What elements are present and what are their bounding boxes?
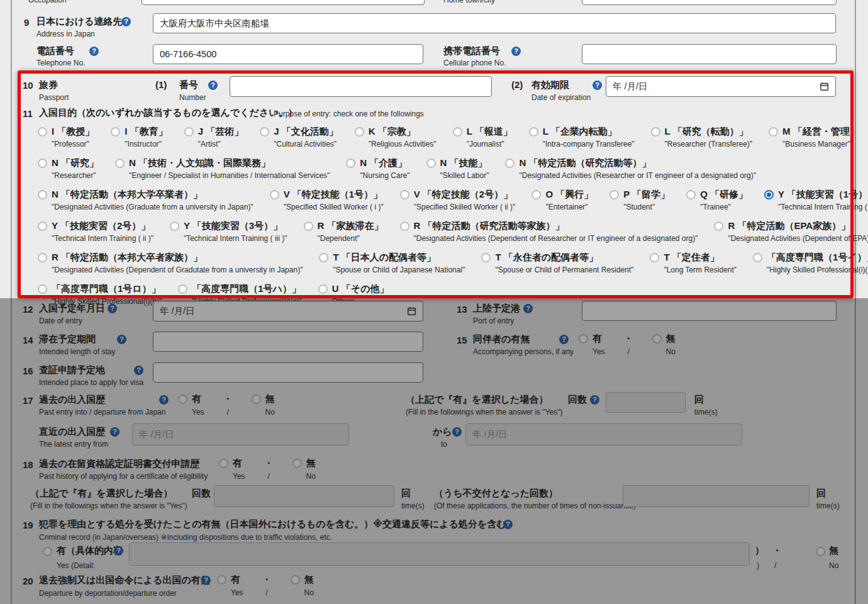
help-icon[interactable] — [559, 335, 569, 344]
radio[interactable] — [609, 190, 619, 199]
no-option[interactable]: 無 — [292, 457, 316, 469]
radio-checked[interactable] — [764, 190, 774, 199]
radio-yes[interactable] — [178, 394, 187, 404]
radio-criminal-yes[interactable] — [43, 547, 52, 556]
radio-no[interactable] — [252, 394, 261, 404]
no-option[interactable]: 無 — [252, 393, 275, 405]
purpose-option[interactable]: Y 「技能実習（1号）」"Technical Intern Training (… — [764, 189, 868, 211]
radio[interactable] — [355, 127, 364, 137]
radio[interactable] — [714, 221, 723, 231]
radio[interactable] — [769, 127, 778, 137]
radio[interactable] — [184, 127, 194, 137]
criminal-detail-input[interactable] — [129, 542, 750, 566]
yes-option[interactable]: 有 — [219, 457, 245, 469]
port-of-entry-input[interactable] — [582, 301, 837, 321]
coe-application-count-input[interactable] — [214, 485, 394, 507]
purpose-option[interactable]: 「高度専門職（1号イ）」"Highly Skilled Professional… — [753, 252, 868, 274]
radio[interactable] — [304, 221, 313, 231]
purpose-option[interactable]: L 「報道」"Journalist" — [453, 126, 513, 148]
purpose-option[interactable]: R 「特定活動（研究活動等家族）」"Designated Activities … — [400, 220, 698, 243]
latest-entry-from-input[interactable]: 年 /月/日 — [132, 423, 349, 445]
radio[interactable] — [178, 284, 187, 294]
radio[interactable] — [531, 190, 541, 199]
radio[interactable] — [260, 127, 269, 137]
purpose-option[interactable]: R 「特定活動（本邦大卒者家族）」"Designated Activities … — [38, 252, 303, 274]
purpose-option[interactable]: L 「研究（転勤）」"Researcher (Transferee)" — [651, 126, 752, 148]
radio[interactable] — [453, 127, 462, 137]
purpose-option[interactable]: M 「経営・管理」"Business Manager" — [769, 126, 859, 148]
radio[interactable] — [753, 253, 762, 262]
radio[interactable] — [651, 127, 660, 137]
help-icon[interactable] — [159, 395, 169, 405]
radio-yes[interactable] — [579, 334, 588, 344]
length-of-stay-input[interactable] — [153, 332, 423, 352]
yes-option[interactable]: 有 — [579, 333, 605, 345]
radio[interactable] — [505, 159, 515, 168]
radio[interactable] — [686, 190, 696, 199]
radio[interactable] — [38, 221, 47, 231]
radio[interactable] — [38, 284, 47, 294]
passport-number-input[interactable] — [230, 76, 492, 97]
nonissue-count-input[interactable] — [623, 485, 810, 507]
radio[interactable] — [115, 159, 125, 168]
purpose-option[interactable]: P 「留学」"Student" — [609, 189, 670, 211]
purpose-option[interactable]: L 「企業内転勤」"Intra-company Transferee" — [529, 126, 635, 148]
purpose-option[interactable]: Q 「研修」"Trainee" — [686, 189, 748, 211]
help-icon[interactable] — [590, 395, 599, 405]
purpose-option[interactable]: T 「永住者の配偶者等」"Spouse or Child of Permanen… — [481, 252, 633, 274]
yes-option[interactable]: 有 — [178, 393, 204, 405]
no-option[interactable]: 無 — [291, 574, 314, 586]
purpose-option[interactable]: N 「特定活動（本邦大学卒業者）」"Designated Activities … — [38, 189, 253, 211]
date-of-entry-input[interactable]: 年 /月/日 — [153, 301, 423, 322]
help-icon[interactable] — [201, 576, 211, 585]
help-icon[interactable] — [511, 47, 521, 56]
radio[interactable] — [400, 190, 409, 199]
radio-criminal-no[interactable] — [816, 547, 825, 556]
radio[interactable] — [346, 159, 355, 168]
purpose-option[interactable]: Y 「技能実習（3号）」"Technical Intern Training (… — [170, 220, 287, 243]
radio[interactable] — [400, 221, 409, 231]
no-option[interactable]: 無 — [652, 333, 676, 345]
help-icon[interactable] — [593, 81, 602, 90]
help-icon[interactable] — [89, 47, 99, 56]
purpose-option[interactable]: V 「特定技能（2号）」"Specified Skilled Worker ( … — [400, 189, 516, 211]
telephone-input[interactable] — [153, 44, 423, 64]
purpose-option[interactable]: I 「教育」"Instructor" — [111, 126, 167, 148]
occupation-input[interactable] — [142, 0, 425, 5]
purpose-option[interactable]: R 「家族滞在」"Dependent" — [304, 220, 384, 243]
hometown-input[interactable] — [582, 0, 837, 5]
address-in-japan-input[interactable] — [153, 13, 836, 33]
help-icon[interactable] — [117, 335, 126, 344]
purpose-option[interactable]: J 「芸術」"Artist" — [184, 126, 244, 148]
help-icon[interactable] — [208, 81, 218, 90]
radio-no[interactable] — [292, 459, 302, 468]
cellular-input[interactable] — [582, 44, 837, 64]
latest-entry-to-input[interactable]: 年 /月/日 — [465, 423, 742, 445]
purpose-option[interactable]: T 「定住者」"Long Term Resident" — [650, 252, 737, 274]
visa-place-input[interactable] — [153, 362, 423, 383]
help-icon[interactable] — [452, 427, 462, 437]
purpose-option[interactable]: Y 「技能実習（2号）」"Technical Intern Training (… — [38, 220, 153, 243]
radio[interactable] — [650, 253, 659, 262]
help-icon[interactable] — [503, 520, 513, 529]
radio[interactable] — [38, 127, 47, 137]
purpose-option[interactable]: N 「技術・人文知識・国際業務」"Engineer / Specialist i… — [115, 157, 330, 180]
help-icon[interactable] — [121, 17, 131, 26]
purpose-option[interactable]: N 「技能」"Skilled Labor" — [426, 157, 489, 180]
past-entry-count-input[interactable] — [606, 392, 686, 413]
radio[interactable] — [170, 221, 179, 231]
radio[interactable] — [529, 127, 538, 137]
help-icon[interactable] — [110, 427, 120, 437]
radio[interactable] — [481, 253, 491, 262]
purpose-option[interactable]: N 「研究」"Researcher" — [38, 157, 99, 180]
purpose-option[interactable]: V 「特定技能（1号）」"Specified Skilled Worker ( … — [270, 189, 384, 211]
purpose-option[interactable]: J 「文化活動」"Cultural Activities" — [260, 126, 338, 148]
purpose-option[interactable]: K 「宗教」"Religious Activities" — [355, 126, 437, 148]
radio-yes[interactable] — [217, 575, 226, 584]
yes-option[interactable]: 有 — [217, 574, 243, 586]
radio[interactable] — [318, 284, 328, 294]
purpose-option[interactable]: N 「特定活動（研究活動等）」"Designated Activities (R… — [505, 157, 756, 180]
radio[interactable] — [319, 253, 328, 262]
purpose-option[interactable]: T 「日本人の配偶者等」"Spouse or Child of Japanese… — [319, 252, 465, 274]
radio[interactable] — [38, 190, 47, 199]
